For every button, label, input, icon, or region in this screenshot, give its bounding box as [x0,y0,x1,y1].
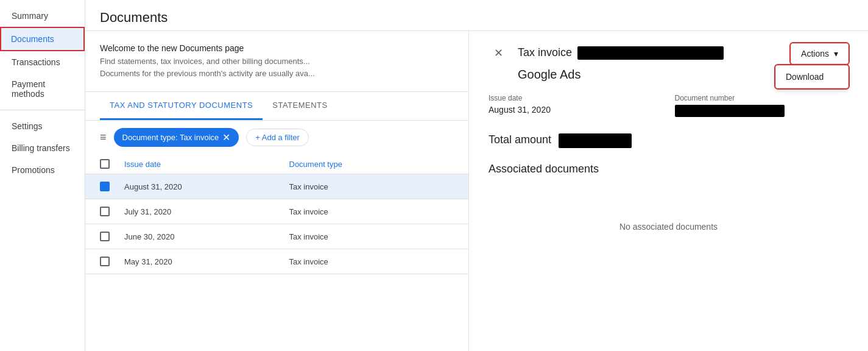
table-row[interactable]: May 31, 2020 Tax invoice [85,249,468,274]
table-header: Issue date Document type [85,154,468,174]
sidebar-item-documents[interactable]: Documents [0,27,85,51]
sidebar: Summary Documents Transactions Payment m… [0,0,85,351]
row-date-4: May 31, 2020 [124,257,289,266]
row-type-3: Tax invoice [289,232,454,241]
total-amount-label: Total amount [489,133,551,146]
main-content: Documents Welcome to the new Documents p… [85,0,868,351]
actions-button-wrapper: Actions ▾ Download [791,43,849,64]
invoice-meta: Issue date August 31, 2020 Document numb… [489,94,849,119]
row-type-2: Tax invoice [289,207,454,216]
row-checkbox-3[interactable] [100,232,124,241]
row-date-2: July 31, 2020 [124,207,289,216]
row-date-3: June 30, 2020 [124,232,289,241]
close-button[interactable]: ✕ [489,43,508,63]
sidebar-item-promotions[interactable]: Promotions [0,159,85,181]
right-panel: Actions ▾ Download ✕ Tax invoice Google [469,31,868,351]
table-row[interactable]: July 31, 2020 Tax invoice [85,199,468,224]
row-date-1: August 31, 2020 [124,182,289,191]
page-title: Documents [100,10,853,26]
total-amount-row: Total amount [489,133,849,148]
sidebar-item-payment-methods[interactable]: Payment methods [0,73,85,105]
total-amount-redacted [559,133,632,148]
filter-chip-document-type[interactable]: Document type: Tax invoice ✕ [114,128,239,147]
row-checkbox-2[interactable] [100,207,124,216]
chip-close-icon[interactable]: ✕ [222,132,230,143]
associated-docs-title: Associated documents [489,163,849,176]
row-type-1: Tax invoice [289,182,454,191]
select-all-checkbox[interactable] [100,159,124,169]
tab-tax-statutory[interactable]: TAX AND STATUTORY DOCUMENTS [100,92,263,120]
row-type-4: Tax invoice [289,257,454,266]
add-filter-button[interactable]: + Add a filter [246,129,309,146]
issue-date-value: August 31, 2020 [489,105,663,115]
welcome-text-line2: Documents for the previous month's activ… [100,68,454,80]
doc-number-redacted [675,105,785,117]
col-header-issue-date[interactable]: Issue date [124,160,289,169]
chevron-down-icon: ▾ [834,49,838,58]
doc-number-label: Document number [675,94,849,102]
sidebar-item-summary[interactable]: Summary [0,5,85,27]
col-header-document-type[interactable]: Document type [289,160,454,169]
content-area: Welcome to the new Documents page Find s… [85,31,868,351]
sidebar-item-billing-transfers[interactable]: Billing transfers [0,137,85,159]
download-option[interactable]: Download [776,66,848,88]
table-row[interactable]: August 31, 2020 Tax invoice [85,174,468,199]
issue-date-field: Issue date August 31, 2020 [489,94,663,119]
invoice-title-redacted [577,46,724,60]
sidebar-item-transactions[interactable]: Transactions [0,51,85,73]
welcome-title: Welcome to the new Documents page [100,43,454,53]
actions-dropdown: Download [775,65,849,88]
filter-row: ≡ Document type: Tax invoice ✕ + Add a f… [85,121,468,154]
filter-icon[interactable]: ≡ [100,131,107,144]
header-checkbox[interactable] [100,159,110,169]
document-number-field: Document number [675,94,849,119]
table-row[interactable]: June 30, 2020 Tax invoice [85,224,468,249]
tabs-row: TAX AND STATUTORY DOCUMENTS STATEMENTS [85,92,468,121]
left-panel: Welcome to the new Documents page Find s… [85,31,469,351]
welcome-text-line1: Find statements, tax invoices, and other… [100,55,454,68]
row-checkbox-4[interactable] [100,257,124,266]
sidebar-divider [0,110,85,110]
sidebar-item-settings[interactable]: Settings [0,115,85,137]
page-header: Documents [85,0,868,31]
welcome-banner: Welcome to the new Documents page Find s… [85,31,468,92]
row-checkbox-1[interactable] [100,182,124,191]
issue-date-label: Issue date [489,94,663,102]
tab-statements[interactable]: STATEMENTS [263,92,337,120]
no-associated-docs-text: No associated documents [489,185,849,268]
actions-button[interactable]: Actions ▾ [791,43,849,64]
